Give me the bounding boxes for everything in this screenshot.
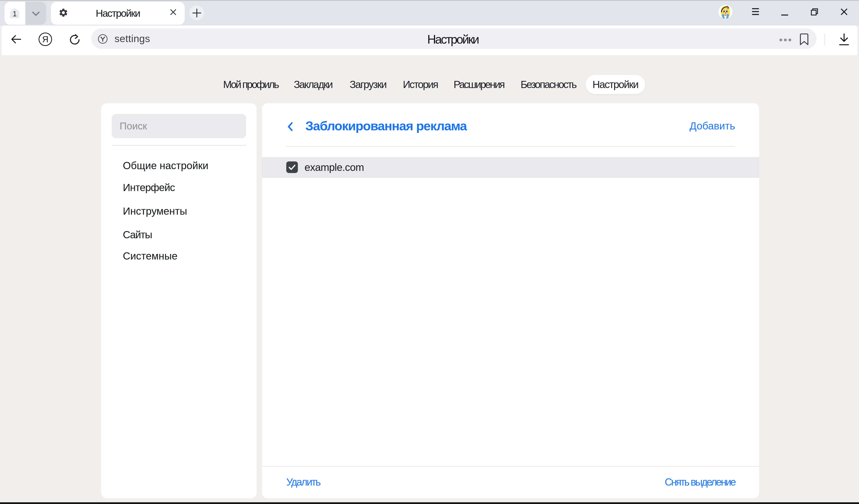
svg-text:1: 1 bbox=[13, 10, 17, 18]
svg-text:Я: Я bbox=[42, 34, 48, 44]
